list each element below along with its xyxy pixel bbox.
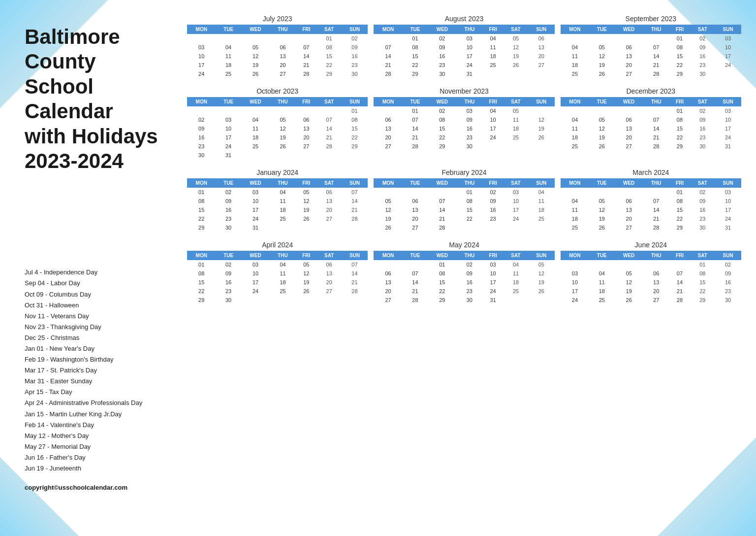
- calendar-day-cell: [715, 69, 741, 78]
- holiday-item: Jun 19 - Juneteenth: [25, 463, 187, 474]
- calendar-day-cell: 23: [342, 61, 368, 69]
- calendar-day-cell: 29: [669, 223, 690, 232]
- calendar-day-cell: 23: [457, 287, 483, 296]
- calendar-day-cell: 23: [428, 61, 456, 69]
- calendar-header-cell: TUE: [216, 251, 241, 260]
- calendar-day-cell: [614, 260, 643, 269]
- calendar-day-cell: 13: [317, 197, 342, 205]
- calendar-day-cell: 11: [504, 269, 528, 278]
- calendar-week-row: 04050607080910: [561, 43, 741, 52]
- calendar-day-cell: 15: [690, 278, 715, 287]
- calendar-day-cell: 21: [428, 214, 456, 223]
- calendar-day-cell: 06: [296, 115, 317, 124]
- calendar-day-cell: [589, 188, 614, 197]
- calendar-header-cell: MON: [374, 97, 402, 106]
- calendar-header-cell: FRI: [669, 97, 690, 106]
- calendar-day-cell: 12: [296, 269, 317, 278]
- calendar-title: April 2024: [187, 241, 368, 249]
- calendar-day-cell: [374, 34, 402, 43]
- calendar-week-row: 010203: [561, 106, 741, 115]
- calendar-day-cell: 06: [528, 34, 555, 43]
- calendar-header-cell: THU: [270, 97, 296, 106]
- calendar-day-cell: [403, 188, 428, 197]
- calendar-day-cell: 09: [457, 269, 483, 278]
- calendar-day-cell: 18: [270, 278, 296, 287]
- calendar-day-cell: 14: [342, 197, 368, 205]
- calendar-day-cell: 16: [216, 278, 241, 287]
- calendar-day-cell: 09: [690, 197, 715, 205]
- calendar-day-cell: 07: [342, 260, 368, 269]
- calendar-day-cell: 10: [241, 269, 270, 278]
- calendar-day-cell: 19: [589, 133, 614, 142]
- calendar-day-cell: 22: [669, 133, 690, 142]
- calendar-day-cell: 03: [241, 188, 270, 197]
- calendar-day-cell: 17: [561, 287, 589, 296]
- calendar-day-cell: 29: [690, 296, 715, 304]
- calendar-day-cell: 25: [561, 142, 589, 151]
- calendar-day-cell: [270, 296, 296, 304]
- calendar-table: MONTUEWEDTHUFRISATSUN0102030405060708091…: [374, 97, 554, 151]
- calendar-table: MONTUEWEDTHUFRISATSUN0102030405060708091…: [187, 251, 368, 304]
- calendar-day-cell: 18: [589, 287, 614, 296]
- calendar-header-cell: TUE: [403, 251, 428, 260]
- calendar-day-cell: 18: [270, 205, 296, 214]
- calendar-day-cell: 18: [561, 61, 589, 69]
- calendar-header-cell: MON: [187, 251, 216, 260]
- calendar-row: July 2023MONTUEWEDTHUFRISATSUN0102030405…: [187, 15, 741, 78]
- holiday-item: Feb 19 - Washington's Birthday: [25, 354, 187, 365]
- holidays-list: Jul 4 - Independence DaySep 04 - Labor D…: [25, 267, 187, 474]
- calendar-day-cell: 22: [428, 133, 456, 142]
- calendar-day-cell: 12: [528, 269, 555, 278]
- calendar-day-cell: [296, 106, 317, 115]
- calendar-week-row: 13141516171819: [374, 278, 554, 287]
- calendar-header-cell: TUE: [403, 25, 428, 34]
- calendar-day-cell: 12: [296, 197, 317, 205]
- calendar-header-cell: FRI: [296, 97, 317, 106]
- calendar-day-cell: 30: [690, 223, 715, 232]
- calendar-day-cell: [374, 106, 402, 115]
- calendar-week-row: 10111213141516: [187, 52, 368, 61]
- calendar-day-cell: 16: [690, 205, 715, 214]
- calendar-header-cell: THU: [270, 25, 296, 34]
- calendar-day-cell: 16: [690, 52, 715, 61]
- calendar-day-cell: 17: [482, 278, 504, 287]
- holiday-item: Jun 16 - Father's Day: [25, 452, 187, 463]
- calendar-header-cell: SAT: [504, 97, 528, 106]
- calendar-day-cell: 05: [589, 43, 614, 52]
- calendar-day-cell: 20: [374, 287, 402, 296]
- calendar-day-cell: 07: [342, 188, 368, 197]
- calendar-day-cell: [528, 69, 555, 78]
- calendar-day-cell: [270, 106, 296, 115]
- calendar-day-cell: 21: [342, 278, 368, 287]
- calendar-header-cell: SUN: [342, 97, 368, 106]
- calendar-day-cell: 16: [457, 124, 483, 133]
- calendar-header-cell: SAT: [690, 97, 715, 106]
- calendar-header-cell: SUN: [528, 251, 555, 260]
- calendar-day-cell: 26: [528, 287, 555, 296]
- calendar-apr2024: April 2024MONTUEWEDTHUFRISATSUN010203040…: [187, 241, 368, 304]
- calendar-may2024: May 2024MONTUEWEDTHUFRISATSUN01020304050…: [374, 241, 554, 304]
- calendar-day-cell: 12: [270, 124, 296, 133]
- calendar-day-cell: [589, 106, 614, 115]
- calendar-day-cell: 08: [457, 197, 483, 205]
- calendar-day-cell: 02: [342, 34, 368, 43]
- calendar-day-cell: 08: [669, 115, 690, 124]
- calendar-day-cell: 14: [403, 278, 428, 287]
- calendar-header-cell: SUN: [715, 25, 741, 34]
- calendar-title: March 2024: [561, 168, 741, 176]
- calendar-day-cell: 16: [482, 205, 504, 214]
- calendar-day-cell: 17: [504, 205, 528, 214]
- calendar-day-cell: 30: [457, 142, 483, 151]
- calendar-day-cell: 07: [296, 43, 317, 52]
- calendar-day-cell: 20: [317, 278, 342, 287]
- main-title: Baltimore County School Calendar with Ho…: [25, 25, 187, 173]
- calendar-header-cell: THU: [643, 25, 669, 34]
- calendar-day-cell: 21: [374, 61, 402, 69]
- calendar-day-cell: 29: [428, 296, 456, 304]
- calendar-header-cell: TUE: [589, 25, 614, 34]
- calendar-header-cell: WED: [614, 97, 643, 106]
- calendar-day-cell: 27: [296, 142, 317, 151]
- calendar-aug2023: August 2023MONTUEWEDTHUFRISATSUN01020304…: [374, 15, 554, 78]
- calendar-week-row: 27282930: [374, 142, 554, 151]
- calendar-day-cell: 30: [690, 142, 715, 151]
